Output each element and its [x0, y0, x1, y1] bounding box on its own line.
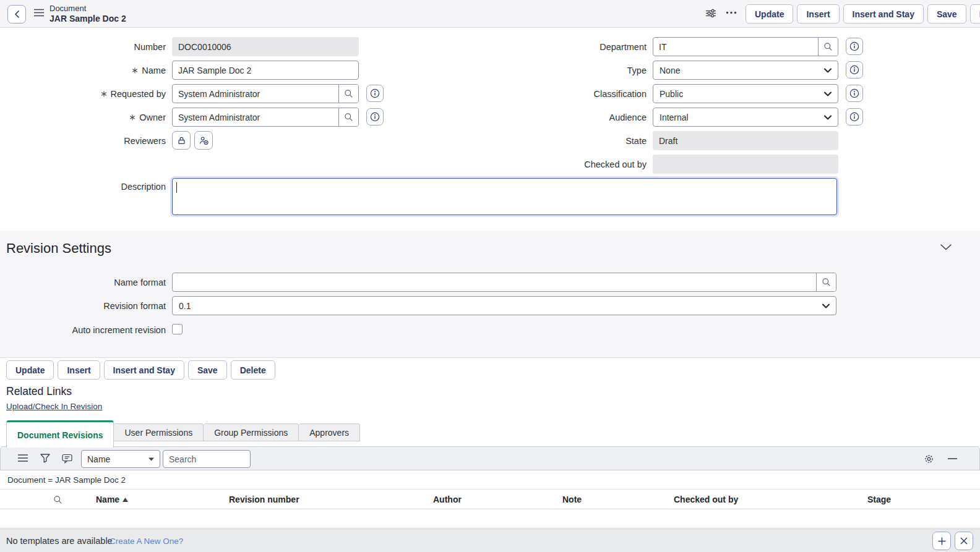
- name-format-lookup-button[interactable]: [816, 273, 836, 291]
- context-menu-icon[interactable]: [34, 9, 44, 17]
- state-field: Draft: [653, 131, 838, 150]
- save-button[interactable]: Save: [927, 4, 966, 23]
- tab-document-revisions[interactable]: Document Revisions: [6, 420, 114, 448]
- audience-row: Audience Internal: [0, 108, 980, 127]
- tab-approvers[interactable]: Approvers: [299, 423, 360, 441]
- list-empty-body: [0, 509, 980, 528]
- auto-increment-checkbox[interactable]: [172, 324, 183, 334]
- auto-increment-row: Auto increment revision: [0, 320, 866, 339]
- state-row: State Draft: [0, 131, 980, 150]
- classification-label: Classification: [495, 84, 647, 103]
- revision-settings-title: Revision Settings: [6, 240, 111, 257]
- collapse-list-icon[interactable]: [948, 458, 957, 459]
- search-field-selector[interactable]: Name: [81, 450, 160, 468]
- department-input[interactable]: [653, 38, 818, 56]
- type-info-button[interactable]: [846, 61, 863, 79]
- column-header-note[interactable]: Note: [562, 490, 582, 509]
- save-button-bottom[interactable]: Save: [188, 360, 227, 380]
- insert-button-bottom[interactable]: Insert: [58, 360, 100, 380]
- record-type-label: Document: [49, 4, 126, 14]
- chevron-left-icon: [14, 10, 20, 19]
- personalize-form-icon[interactable]: [705, 8, 716, 19]
- name-format-row: Name format: [0, 273, 866, 292]
- revision-format-label: Revision format: [0, 296, 166, 315]
- section-collapse-icon[interactable]: [940, 244, 952, 250]
- back-button[interactable]: [7, 5, 26, 23]
- more-options-icon[interactable]: [726, 11, 737, 14]
- type-select[interactable]: None: [653, 61, 838, 80]
- chevron-down-icon: [824, 68, 832, 73]
- text-caret: [176, 182, 177, 193]
- column-header-stage[interactable]: Stage: [867, 490, 891, 509]
- description-textarea[interactable]: [172, 178, 837, 215]
- name-format-label: Name format: [0, 273, 166, 292]
- revision-format-row: Revision format 0.1: [0, 296, 866, 315]
- column-search-icon[interactable]: [53, 490, 62, 509]
- checked-out-by-field: [653, 155, 838, 174]
- update-button[interactable]: Update: [746, 4, 793, 23]
- checked-out-by-row: Checked out by: [0, 155, 980, 174]
- add-template-button[interactable]: [932, 532, 951, 550]
- audience-info-button[interactable]: [846, 108, 863, 125]
- record-title: Document JAR Sample Doc 2: [49, 4, 126, 23]
- close-icon: [960, 537, 968, 545]
- delete-button[interactable]: Delete: [970, 4, 980, 23]
- info-icon: [849, 65, 859, 75]
- search-icon: [822, 278, 831, 287]
- list-menu-icon[interactable]: [18, 454, 28, 462]
- tab-user-permissions[interactable]: User Permissions: [114, 423, 204, 441]
- checked-out-by-label: Checked out by: [495, 155, 647, 174]
- column-header-checked-out-by[interactable]: Checked out by: [674, 490, 738, 509]
- auto-increment-label: Auto increment revision: [0, 320, 166, 339]
- tab-group-permissions[interactable]: Group Permissions: [204, 423, 299, 441]
- description-label: Description: [0, 180, 166, 193]
- update-button-bottom[interactable]: Update: [6, 360, 54, 380]
- name-format-field: [172, 273, 836, 292]
- close-template-bar-button[interactable]: [955, 532, 973, 550]
- department-info-button[interactable]: [846, 38, 863, 55]
- filter-icon[interactable]: [40, 454, 50, 463]
- department-label: Department: [495, 37, 647, 56]
- revision-settings-section: Revision Settings Name format Revision f…: [0, 231, 980, 357]
- column-header-name[interactable]: Name: [96, 490, 128, 509]
- classification-info-button[interactable]: [846, 85, 863, 102]
- plus-icon: [938, 537, 946, 545]
- form-action-buttons: Update Insert Insert and Stay Save Delet…: [6, 360, 275, 380]
- name-format-input[interactable]: [173, 273, 816, 291]
- template-message: No templates are available: [6, 529, 113, 552]
- type-label: Type: [495, 61, 647, 80]
- chevron-down-icon: [824, 91, 832, 96]
- insert-button[interactable]: Insert: [797, 4, 839, 23]
- department-field: [653, 37, 838, 56]
- search-icon: [823, 42, 833, 51]
- column-header-revision-number[interactable]: Revision number: [229, 490, 299, 509]
- classification-select[interactable]: Public: [653, 84, 838, 103]
- audience-select[interactable]: Internal: [653, 108, 838, 127]
- list-search-input[interactable]: [163, 450, 251, 468]
- department-lookup-button[interactable]: [818, 38, 838, 56]
- create-template-link[interactable]: Create A New One?: [110, 529, 183, 552]
- revision-format-select[interactable]: 0.1: [172, 296, 836, 315]
- upload-checkin-revision-link[interactable]: Upload/Check In Revision: [6, 402, 102, 411]
- state-label: State: [495, 131, 647, 150]
- department-row: Department: [0, 37, 980, 56]
- info-icon: [849, 41, 859, 51]
- related-list-tabs: Document Revisions User Permissions Grou…: [6, 420, 360, 448]
- insert-and-stay-button[interactable]: Insert and Stay: [843, 4, 924, 23]
- document-revisions-list: Name Document = JAR Sample Doc 2 Name Re…: [0, 446, 980, 528]
- type-row: Type None: [0, 61, 980, 80]
- list-condition-breadcrumb[interactable]: Document = JAR Sample Doc 2: [0, 470, 980, 490]
- info-icon: [849, 112, 859, 122]
- list-header-row: Name Revision number Author Note Checked…: [0, 490, 980, 509]
- insert-and-stay-button-bottom[interactable]: Insert and Stay: [104, 360, 184, 380]
- record-name-label: JAR Sample Doc 2: [49, 14, 126, 23]
- chat-icon[interactable]: [62, 454, 72, 464]
- form-header-bar: Document JAR Sample Doc 2 Update Insert …: [0, 0, 980, 28]
- column-header-author[interactable]: Author: [433, 490, 462, 509]
- audience-label: Audience: [495, 108, 647, 127]
- chevron-down-icon: [822, 304, 830, 308]
- chevron-down-icon: [824, 115, 832, 120]
- gear-icon[interactable]: [924, 454, 934, 464]
- info-icon: [849, 88, 859, 98]
- delete-button-bottom[interactable]: Delete: [231, 360, 275, 380]
